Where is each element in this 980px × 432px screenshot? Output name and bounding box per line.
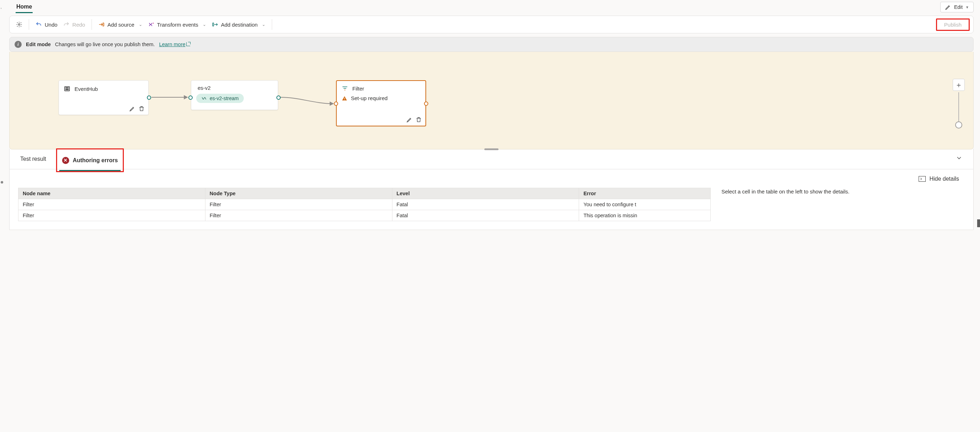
bottom-tabs: Test result ✕ Authoring errors	[10, 149, 973, 169]
undo-icon	[35, 21, 42, 28]
svg-point-6	[67, 88, 67, 88]
redo-icon	[63, 21, 70, 28]
hide-details-icon	[919, 176, 926, 182]
svg-rect-4	[65, 87, 70, 91]
chevron-down-icon	[956, 155, 963, 161]
table-row[interactable]: Filter Filter Fatal This operation is mi…	[18, 210, 711, 221]
learn-more-link[interactable]: Learn more	[159, 41, 190, 47]
svg-rect-12	[344, 99, 345, 100]
node-esv2-title: es-v2	[197, 85, 211, 91]
node-filter-status: Set-up required	[351, 95, 387, 101]
scrollbar-thumb[interactable]	[977, 219, 980, 227]
zoom-slider-thumb[interactable]	[955, 121, 962, 129]
node-eventhub[interactable]: EventHub	[59, 80, 149, 115]
col-node-type[interactable]: Node Type	[205, 188, 392, 199]
add-node-button[interactable]: ＋	[953, 79, 965, 91]
tab-authoring-errors-label: Authoring errors	[73, 157, 118, 164]
svg-point-5	[66, 88, 66, 88]
cell-error[interactable]: You need to configure t	[579, 199, 711, 210]
edit-label: Edit	[954, 4, 963, 10]
svg-rect-3	[213, 23, 213, 26]
pencil-icon	[945, 4, 951, 10]
add-destination-label: Add destination	[221, 22, 258, 28]
port-out[interactable]	[424, 102, 428, 106]
svg-point-9	[67, 89, 67, 90]
detail-hint: Select a cell in the table on the left t…	[721, 188, 965, 221]
pencil-icon[interactable]	[129, 105, 135, 112]
undo-button[interactable]: Undo	[33, 19, 60, 30]
svg-point-10	[68, 89, 68, 90]
col-level[interactable]: Level	[392, 188, 579, 199]
port-in[interactable]	[188, 96, 192, 100]
port-out[interactable]	[277, 96, 281, 100]
add-source-icon	[98, 21, 105, 28]
node-filter[interactable]: Filter Set-up required	[336, 80, 426, 126]
node-filter-title: Filter	[352, 86, 364, 92]
cell-node-type[interactable]: Filter	[205, 199, 392, 210]
top-tabs: Home Edit ▼	[9, 0, 974, 14]
pencil-icon[interactable]	[406, 116, 413, 123]
caret-down-icon: ▼	[966, 5, 969, 9]
node-esv2[interactable]: es-v2 es-v2-stream	[191, 80, 278, 110]
infobar-body: Changes will go live once you publish th…	[55, 41, 155, 47]
trash-icon[interactable]	[138, 105, 145, 112]
stream-label: es-v2-stream	[210, 96, 239, 101]
filter-icon	[342, 85, 348, 92]
stream-chip[interactable]: es-v2-stream	[196, 94, 244, 103]
tab-test-result[interactable]: Test result	[17, 149, 50, 169]
add-source-label: Add source	[108, 22, 134, 28]
cell-node-name[interactable]: Filter	[18, 199, 205, 210]
info-icon: i	[14, 41, 22, 48]
edit-mode-infobar: i Edit mode Changes will go live once yo…	[9, 37, 974, 52]
add-source-button[interactable]: Add source ⌄	[95, 19, 145, 30]
transform-label: Transform events	[157, 22, 198, 28]
errors-table: Node name Node Type Level Error Filter F…	[18, 188, 711, 221]
chevron-down-icon: ⌄	[203, 22, 206, 27]
warning-icon	[342, 96, 347, 101]
settings-button[interactable]	[13, 19, 25, 30]
hide-details-label: Hide details	[929, 176, 959, 182]
publish-button: Publish	[936, 18, 970, 31]
port-in[interactable]	[334, 102, 338, 106]
infobar-lead: Edit mode	[26, 41, 51, 47]
eventhub-icon	[64, 85, 70, 92]
external-link-icon	[186, 42, 191, 46]
canvas[interactable]: EventHub es-v2 es-v2-stream Fil	[9, 52, 974, 150]
redo-label: Redo	[72, 22, 85, 28]
svg-point-7	[68, 88, 68, 88]
col-node-name[interactable]: Node name	[18, 188, 205, 199]
cell-error[interactable]: This operation is missin	[579, 210, 711, 221]
trash-icon[interactable]	[415, 116, 422, 123]
hide-details-button[interactable]: Hide details	[10, 169, 973, 188]
error-badge-icon: ✕	[62, 157, 69, 164]
svg-rect-11	[344, 97, 345, 99]
chevron-down-icon: ⌄	[262, 22, 266, 27]
add-destination-button[interactable]: Add destination ⌄	[209, 19, 268, 30]
transform-icon	[148, 21, 154, 28]
collapse-panel-button[interactable]	[952, 153, 966, 165]
cell-node-name[interactable]: Filter	[18, 210, 205, 221]
cell-node-type[interactable]: Filter	[205, 210, 392, 221]
cell-level[interactable]: Fatal	[392, 199, 579, 210]
edit-dropdown[interactable]: Edit ▼	[940, 2, 974, 13]
col-error[interactable]: Error	[579, 188, 711, 199]
panel-resize-handle[interactable]	[484, 148, 498, 150]
add-destination-icon	[212, 21, 218, 28]
stray-text: s	[1, 7, 2, 9]
table-row[interactable]: Filter Filter Fatal You need to configur…	[18, 199, 711, 210]
edge-esv2-filter	[278, 94, 342, 108]
redo-button: Redo	[60, 19, 88, 30]
svg-point-2	[153, 23, 154, 24]
port-out[interactable]	[147, 96, 151, 100]
gear-icon	[16, 21, 22, 28]
stream-icon	[201, 96, 207, 101]
vertical-scrollbar[interactable]	[977, 14, 980, 227]
chevron-down-icon: ⌄	[139, 22, 142, 27]
transform-button[interactable]: Transform events ⌄	[145, 19, 209, 30]
cell-level[interactable]: Fatal	[392, 210, 579, 221]
svg-point-8	[66, 89, 66, 90]
tab-authoring-errors[interactable]: ✕ Authoring errors	[56, 148, 124, 172]
table-header-row: Node name Node Type Level Error	[18, 188, 711, 199]
tab-home[interactable]: Home	[16, 2, 33, 13]
svg-rect-1	[103, 23, 103, 26]
